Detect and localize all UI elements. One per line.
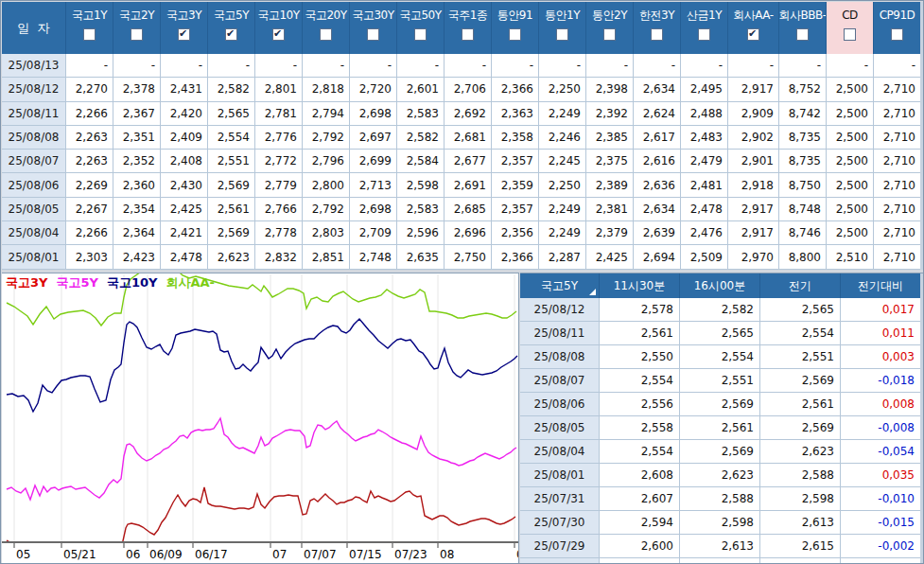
rate-value-cell: 2,425 xyxy=(586,245,634,269)
value-prev-cell: 2,569 xyxy=(760,416,841,440)
instrument-column-header[interactable]: 국고1Y xyxy=(66,2,113,54)
rate-value-cell: 2,551 xyxy=(208,150,255,173)
rate-value-cell: - xyxy=(350,54,397,78)
rate-value-cell: - xyxy=(66,54,113,78)
value-1600-cell: 2,582 xyxy=(680,298,760,322)
change-value-cell: -0,010 xyxy=(841,487,921,511)
change-value-cell: 0,035 xyxy=(841,464,921,487)
rate-value-cell: 2,694 xyxy=(634,245,681,269)
rate-value-cell: 2,776 xyxy=(255,126,303,150)
instrument-column-header[interactable]: 한전3Y xyxy=(634,2,681,54)
rate-value-cell: 2,792 xyxy=(303,198,350,221)
value-prev-cell: 2,598 xyxy=(760,487,841,511)
instrument-column-header[interactable]: CD xyxy=(827,2,874,54)
rate-value-cell: 2,720 xyxy=(350,78,397,101)
instrument-checkbox[interactable] xyxy=(651,28,663,41)
value-1130-cell: 2,608 xyxy=(600,464,680,487)
instrument-checkbox[interactable] xyxy=(603,28,616,41)
instrument-column-header[interactable]: 국고30Y xyxy=(350,2,397,54)
instrument-checkbox[interactable] xyxy=(272,28,285,41)
instrument-column-header[interactable]: 회사AA- xyxy=(728,2,779,54)
instrument-label: CD xyxy=(827,2,873,28)
instrument-checkbox[interactable] xyxy=(698,28,710,41)
value-1600-cell: 2,569 xyxy=(680,393,760,416)
instrument-checkbox[interactable] xyxy=(796,28,809,41)
rate-value-cell: 2,710 xyxy=(874,245,921,269)
col-header-change[interactable]: 전기대비 xyxy=(841,273,921,298)
instrument-checkbox[interactable] xyxy=(891,28,903,41)
rate-value-cell: 2,561 xyxy=(208,198,255,221)
value-1130-cell: 2,554 xyxy=(600,440,680,464)
value-1600-cell: 2,561 xyxy=(680,416,760,440)
instrument-label: 통안2Y xyxy=(586,2,633,28)
instrument-checkbox[interactable] xyxy=(462,28,474,41)
checkbox-cell xyxy=(728,28,778,54)
rate-value-cell: - xyxy=(634,54,681,78)
rate-value-cell: 2,364 xyxy=(113,221,161,245)
instrument-checkbox[interactable] xyxy=(509,28,521,41)
checkbox-cell xyxy=(492,28,538,54)
rate-value-cell: 2,818 xyxy=(303,78,350,101)
rate-value-cell: - xyxy=(492,54,539,78)
instrument-checkbox[interactable] xyxy=(178,28,190,41)
rate-value-cell: 2,476 xyxy=(681,221,728,245)
change-value-cell: 0,008 xyxy=(841,393,921,416)
rate-value-cell: 2,698 xyxy=(350,102,397,126)
rate-value-cell: 2,423 xyxy=(113,245,161,269)
rate-value-cell: 2,351 xyxy=(113,126,161,150)
rate-value-cell: 2,366 xyxy=(492,78,539,101)
rate-value-cell: 2,366 xyxy=(492,245,539,269)
instrument-column-header[interactable]: 국고50Y xyxy=(397,2,445,54)
instrument-column-header[interactable]: 국고2Y xyxy=(113,2,161,54)
instrument-column-header[interactable]: 통안1Y xyxy=(539,2,586,54)
instrument-checkbox[interactable] xyxy=(414,28,427,41)
rate-value-cell: 2,582 xyxy=(208,78,255,101)
x-axis-tick-label: 07 xyxy=(272,548,287,561)
rate-value-cell: 2,781 xyxy=(255,102,303,126)
instrument-checkbox[interactable] xyxy=(556,28,568,41)
instrument-column-header[interactable]: 국고3Y xyxy=(161,2,208,54)
top-table-scrollbar[interactable] xyxy=(920,2,924,270)
instrument-checkbox[interactable] xyxy=(367,28,379,41)
rate-value-cell: 2,263 xyxy=(66,126,113,150)
col-header-prev[interactable]: 전기 xyxy=(760,273,841,298)
rate-value-cell: 2,367 xyxy=(113,102,161,126)
instrument-checkbox[interactable] xyxy=(844,28,856,41)
rate-value-cell: 2,772 xyxy=(255,150,303,173)
rate-value-cell: - xyxy=(539,54,586,78)
x-axis-tick-label: 06/17 xyxy=(195,548,228,561)
instrument-column-header[interactable]: 국고10Y xyxy=(255,2,303,54)
instrument-column-header[interactable]: 통안2Y xyxy=(586,2,634,54)
detail-sort-header[interactable]: 국고5Y xyxy=(520,273,600,298)
instrument-checkbox[interactable] xyxy=(131,28,143,41)
rate-value-cell: 2,409 xyxy=(161,126,208,150)
col-header-1600[interactable]: 16시00분 xyxy=(680,273,760,298)
instrument-column-header[interactable]: CP91D xyxy=(874,2,921,54)
instrument-column-header[interactable]: 국주1종 xyxy=(445,2,492,54)
clipped-row xyxy=(520,558,924,564)
instrument-label: 국고20Y xyxy=(303,2,349,28)
series-line-ktb3y xyxy=(7,487,515,555)
instrument-checkbox[interactable] xyxy=(320,28,332,41)
instrument-column-header[interactable]: 국고5Y xyxy=(208,2,255,54)
checkbox-cell xyxy=(874,28,920,54)
rate-value-cell: 2,421 xyxy=(161,221,208,245)
instrument-column-header[interactable]: 산금1Y xyxy=(681,2,728,54)
row-date-cell: 25/08/06 xyxy=(520,393,600,416)
instrument-column-header[interactable]: 회사BBB- xyxy=(779,2,827,54)
col-header-1130[interactable]: 11시30분 xyxy=(600,273,680,298)
rate-value-cell: 2,832 xyxy=(255,245,303,269)
rate-value-cell: 2,483 xyxy=(681,126,728,150)
checkbox-cell xyxy=(634,28,680,54)
instrument-checkbox[interactable] xyxy=(747,28,759,41)
value-prev-cell: 2,554 xyxy=(760,322,841,345)
instrument-label: 산금1Y xyxy=(681,2,727,28)
instrument-checkbox[interactable] xyxy=(225,28,237,41)
rate-value-cell: 2,357 xyxy=(492,150,539,173)
instrument-checkbox[interactable] xyxy=(83,28,96,41)
instrument-column-header[interactable]: 국고20Y xyxy=(303,2,350,54)
rate-value-cell: 8,800 xyxy=(779,245,827,269)
instrument-column-header[interactable]: 통안91 xyxy=(492,2,539,54)
rate-value-cell: 2,697 xyxy=(350,126,397,150)
detail-table-scrollbar[interactable] xyxy=(920,273,924,564)
